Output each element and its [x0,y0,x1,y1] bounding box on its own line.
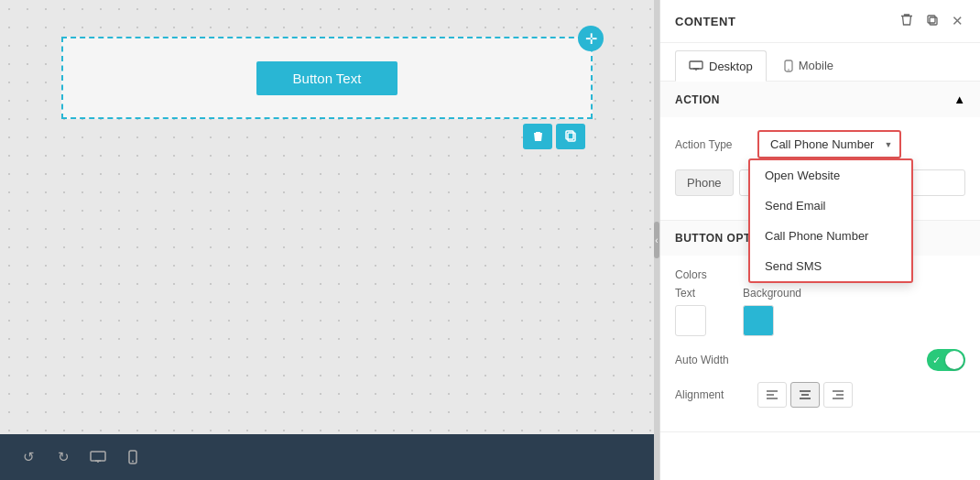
action-type-label: Action Type [675,138,748,151]
copy-button[interactable] [556,124,585,149]
svg-rect-8 [928,16,935,23]
action-type-dropdown-btn[interactable]: Call Phone Number [757,130,901,158]
auto-width-toggle[interactable]: ✓ [927,349,965,371]
svg-point-13 [788,69,789,71]
tab-mobile[interactable]: Mobile [770,50,847,81]
canvas-button[interactable]: Button Text [256,61,398,95]
tab-desktop-label: Desktop [709,60,753,73]
panel-copy-button[interactable] [924,11,941,31]
right-panel: CONTENT ✕ Desktop Mobile ACTION ▲ [659,0,980,480]
redo-button[interactable]: ↻ [49,443,77,471]
tab-desktop[interactable]: Desktop [675,50,767,82]
auto-width-row: Auto Width ✓ [675,349,965,371]
dropdown-item-call-phone[interactable]: Call Phone Number [750,221,911,251]
svg-point-6 [132,461,134,463]
alignment-row: Alignment [675,382,965,408]
action-type-dropdown: Call Phone Number Open Website Send Emai… [757,130,901,158]
auto-width-label: Auto Width [675,354,748,366]
background-color-swatch[interactable] [743,305,774,336]
action-section-header[interactable]: ACTION ▲ [660,82,980,117]
text-color-group: Text [675,287,706,336]
canvas-toolbar [523,124,585,149]
drag-handle[interactable]: ✛ [578,26,604,51]
toggle-check-icon: ✓ [932,355,941,366]
toggle-knob [945,351,964,369]
panel-delete-button[interactable] [898,11,915,31]
phone-label-button[interactable]: Phone [675,169,734,196]
panel-title: CONTENT [675,15,735,28]
canvas-element: Button Text ✛ [61,37,593,119]
background-color-label: Background [743,287,801,300]
undo-button[interactable]: ↺ [15,443,42,471]
align-center-button[interactable] [790,382,820,408]
align-right-button[interactable] [823,382,853,408]
action-section-body: Action Type Call Phone Number Open Websi… [660,117,980,220]
action-section: ACTION ▲ Action Type Call Phone Number O… [660,82,980,221]
text-color-label: Text [675,287,706,300]
delete-button[interactable] [523,124,552,149]
dropdown-item-send-sms[interactable]: Send SMS [750,251,911,281]
tab-mobile-label: Mobile [799,59,833,72]
panel-header-icons: ✕ [898,11,965,31]
panel-header: CONTENT ✕ [660,0,980,43]
collapse-arrow[interactable]: ‹ [654,222,659,258]
text-color-swatch[interactable] [675,305,706,336]
alignment-buttons [757,382,853,408]
background-color-group: Background [743,287,801,336]
dropdown-item-send-email[interactable]: Send Email [750,191,911,221]
canvas-area: Button Text ✛ ↺ ↻ [0,0,654,480]
action-section-title: ACTION [675,93,720,106]
svg-rect-7 [930,17,937,25]
alignment-label: Alignment [675,388,748,401]
action-collapse-icon: ▲ [953,93,965,106]
dropdown-item-open-website[interactable]: Open Website [750,160,911,191]
tab-bar: Desktop Mobile [660,43,980,82]
action-type-dropdown-menu: Open Website Send Email Call Phone Numbe… [748,158,913,283]
desktop-view-button[interactable] [84,443,112,471]
mobile-view-button[interactable] [119,443,147,471]
svg-rect-2 [91,452,105,461]
panel-close-button[interactable]: ✕ [950,11,965,31]
bottom-toolbar: ↺ ↻ [0,434,654,480]
action-type-row: Action Type Call Phone Number Open Websi… [675,130,965,158]
panel-divider[interactable]: ‹ [654,0,659,480]
align-left-button[interactable] [757,382,787,408]
svg-rect-9 [690,61,702,69]
